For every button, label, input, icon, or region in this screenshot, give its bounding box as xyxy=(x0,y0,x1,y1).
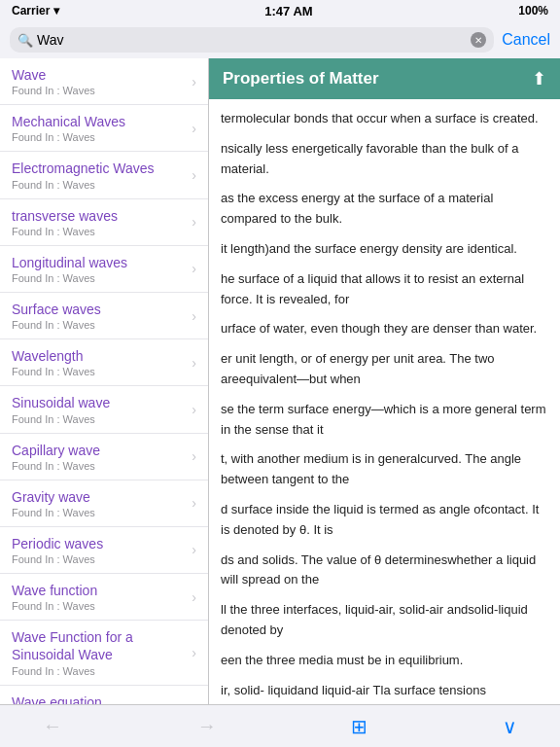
share-icon[interactable]: ⬆ xyxy=(532,68,546,89)
list-item-content: Wave function Found In : Waves xyxy=(12,582,188,612)
content-paragraph: t, with another medium is in generalcurv… xyxy=(221,449,548,490)
cancel-button[interactable]: Cancel xyxy=(502,31,550,49)
list-item-title: Wavelength xyxy=(12,347,188,365)
content-paragraph: ir, solid- liquidand liquid-air Tla surf… xyxy=(221,681,548,704)
chevron-right-icon: › xyxy=(192,645,196,660)
list-item-title: Gravity wave xyxy=(12,488,188,506)
chevron-right-icon: › xyxy=(192,261,196,276)
content-paragraph: as the excess energy at the surface of a… xyxy=(221,189,548,230)
content-paragraph: nsically less energetically favorable th… xyxy=(221,139,548,180)
content-title: Properties of Matter xyxy=(223,69,379,89)
content-paragraph: er unit length, or of energy per unit ar… xyxy=(221,349,548,390)
battery-label: 100% xyxy=(518,4,548,18)
chevron-right-icon: › xyxy=(192,495,196,511)
forward-button[interactable]: → xyxy=(193,711,221,741)
chevron-right-icon: › xyxy=(192,121,196,136)
list-item-title: Mechanical Waves xyxy=(12,113,188,130)
list-item-subtitle: Found In : Waves xyxy=(12,226,188,237)
search-box[interactable]: 🔍 Wav ✕ xyxy=(10,27,494,53)
chevron-down-button[interactable]: ∨ xyxy=(499,711,521,742)
list-item-content: Longitudinal waves Found In : Waves xyxy=(12,254,188,284)
list-item-title: Capillary wave xyxy=(12,442,188,459)
list-item-subtitle: Found In : Waves xyxy=(12,179,188,191)
search-icon: 🔍 xyxy=(18,33,33,48)
chevron-right-icon: › xyxy=(192,448,196,464)
list-item-title: Sinusoidal wave xyxy=(12,394,188,411)
list-item-subtitle: Found In : Waves xyxy=(12,600,188,612)
list-item-title: Surface waves xyxy=(12,301,188,318)
search-input[interactable]: Wav xyxy=(37,32,467,48)
list-item-subtitle: Found In : Waves xyxy=(12,319,188,331)
status-bar: Carrier ▾ 1:47 AM 100% xyxy=(0,0,560,21)
list-item-subtitle: Found In : Waves xyxy=(12,85,188,96)
list-item-subtitle: Found In : Waves xyxy=(12,665,188,677)
list-item[interactable]: Wave Function for a Sinusoidal Wave Foun… xyxy=(0,621,208,685)
list-item-content: Periodic waves Found In : Waves xyxy=(12,535,188,565)
search-area: 🔍 Wav ✕ Cancel xyxy=(0,21,560,58)
list-item-title: Wave function xyxy=(12,582,188,599)
list-item-title: Electromagnetic Waves xyxy=(12,160,188,177)
list-item-content: Sinusoidal wave Found In : Waves xyxy=(12,394,188,424)
list-item-subtitle: Found In : Waves xyxy=(12,131,188,143)
content-paragraph: ds and solids. The value of θ determines… xyxy=(221,551,548,591)
list-item-title: Periodic waves xyxy=(12,535,188,552)
main-content: Wave Found In : Waves › Mechanical Waves… xyxy=(0,58,560,704)
chevron-right-icon: › xyxy=(192,167,196,183)
search-clear-button[interactable]: ✕ xyxy=(471,32,486,48)
content-header: Properties of Matter ⬆ xyxy=(209,58,560,99)
list-item[interactable]: Gravity wave Found In : Waves › xyxy=(0,480,208,527)
list-item-content: Surface waves Found In : Waves xyxy=(12,301,188,331)
list-item-content: Wavelength Found In : Waves xyxy=(12,347,188,377)
list-item-content: Wave Found In : Waves xyxy=(12,66,188,96)
chevron-right-icon: › xyxy=(192,402,196,417)
list-item[interactable]: Mechanical Waves Found In : Waves › xyxy=(0,105,208,152)
content-paragraph: termolecular bonds that occur when a sur… xyxy=(221,109,548,129)
back-button[interactable]: ← xyxy=(39,711,66,741)
list-item[interactable]: transverse waves Found In : Waves › xyxy=(0,199,208,246)
list-item[interactable]: Periodic waves Found In : Waves › xyxy=(0,527,208,574)
list-item-subtitle: Found In : Waves xyxy=(12,366,188,377)
list-item[interactable]: Wave equation Found In : Waves › xyxy=(0,686,208,704)
chevron-right-icon: › xyxy=(192,74,196,89)
content-body: termolecular bonds that occur when a sur… xyxy=(209,99,560,704)
chevron-right-icon: › xyxy=(192,589,196,605)
list-item[interactable]: Sinusoidal wave Found In : Waves › xyxy=(0,386,208,433)
content-paragraph: urface of water, even though they are de… xyxy=(221,319,548,339)
list-item[interactable]: Wave function Found In : Waves › xyxy=(0,574,208,621)
content-paragraph: it length)and the surface energy density… xyxy=(221,239,548,260)
list-item[interactable]: Surface waves Found In : Waves › xyxy=(0,293,208,339)
list-item-content: Wave equation Found In : Waves xyxy=(12,694,188,704)
list-item-title: Wave Function for a Sinusoidal Wave xyxy=(12,628,188,663)
bookmark-button[interactable]: ⊞ xyxy=(347,711,371,742)
list-item[interactable]: Longitudinal waves Found In : Waves › xyxy=(0,246,208,293)
content-paragraph: se the term surface energy—which is a mo… xyxy=(221,400,548,441)
chevron-right-icon: › xyxy=(192,308,196,324)
list-item-content: Capillary wave Found In : Waves xyxy=(12,442,188,472)
list-item-content: Gravity wave Found In : Waves xyxy=(12,488,188,518)
time-label: 1:47 AM xyxy=(264,4,312,18)
list-item-content: Wave Function for a Sinusoidal Wave Foun… xyxy=(12,628,188,676)
list-item-subtitle: Found In : Waves xyxy=(12,460,188,472)
list-item-title: Wave equation xyxy=(12,694,188,704)
list-item-subtitle: Found In : Waves xyxy=(12,272,188,284)
chevron-right-icon: › xyxy=(192,542,196,557)
search-results-list: Wave Found In : Waves › Mechanical Waves… xyxy=(0,58,209,704)
list-item-content: Mechanical Waves Found In : Waves xyxy=(12,113,188,143)
list-item-content: transverse waves Found In : Waves xyxy=(12,207,188,237)
list-item[interactable]: Wave Found In : Waves › xyxy=(0,58,208,105)
list-item-title: Longitudinal waves xyxy=(12,254,188,271)
list-item[interactable]: Electromagnetic Waves Found In : Waves › xyxy=(0,152,208,198)
content-paragraph: d surface inside the liquid is termed as… xyxy=(221,500,548,541)
carrier-label: Carrier ▾ xyxy=(12,4,59,18)
chevron-right-icon: › xyxy=(192,355,196,371)
list-item-subtitle: Found In : Waves xyxy=(12,553,188,565)
list-item[interactable]: Wavelength Found In : Waves › xyxy=(0,339,208,386)
list-item-content: Electromagnetic Waves Found In : Waves xyxy=(12,160,188,190)
bottom-toolbar: ← → ⊞ ∨ xyxy=(0,704,560,747)
content-paragraph: een the three media must be in equilibri… xyxy=(221,651,548,671)
list-item[interactable]: Capillary wave Found In : Waves › xyxy=(0,434,208,480)
content-panel: Properties of Matter ⬆ termolecular bond… xyxy=(209,58,560,704)
list-item-subtitle: Found In : Waves xyxy=(12,413,188,425)
content-paragraph: ll the three interfaces, liquid-air, sol… xyxy=(221,600,548,641)
list-item-subtitle: Found In : Waves xyxy=(12,507,188,518)
